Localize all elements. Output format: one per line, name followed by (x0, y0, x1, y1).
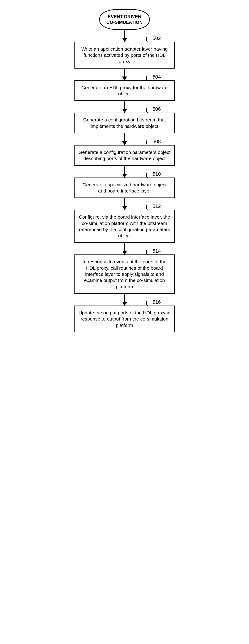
step-number: 502 (152, 36, 161, 41)
arrow (124, 133, 125, 145)
step-504: 504 Generate an HDL proxy for the hardwa… (72, 80, 177, 101)
step-510: 510 Generate a specialized hardware obje… (72, 178, 177, 198)
step-label: 512 (146, 204, 161, 209)
step-516: 516 Update the output ports of the HDL p… (72, 306, 177, 332)
hook-icon (146, 37, 152, 42)
step-label: 514 (146, 248, 161, 254)
step-502: 502 Write an application adapter layer h… (72, 42, 177, 68)
process-box: In response to events at the ports of th… (74, 254, 175, 294)
step-label: 506 (146, 106, 161, 112)
hook-icon (146, 250, 152, 255)
arrow (124, 166, 125, 178)
step-number: 516 (152, 299, 161, 305)
hook-icon (146, 140, 152, 146)
hook-icon (146, 301, 152, 306)
step-514: 514 In response to events at the ports o… (72, 254, 177, 294)
process-box: Generate an HDL proxy for the hardware o… (74, 80, 175, 101)
hook-icon (146, 76, 152, 81)
process-box: Generate a configuration bitstream that … (74, 112, 175, 133)
process-box: Update the output ports of the HDL proxy… (74, 306, 175, 332)
process-box: Generate a configuration parameters obje… (74, 145, 175, 166)
arrow (124, 30, 125, 42)
step-label: 516 (146, 299, 161, 305)
step-number: 512 (152, 204, 161, 209)
step-label: 510 (146, 171, 161, 177)
arrow (124, 101, 125, 112)
title-line-1: EVENT-DRIVEN (106, 14, 143, 20)
process-box: Generate a specialized hardware object a… (74, 178, 175, 198)
hook-icon (146, 108, 152, 113)
step-512: 512 Configure, via the board interface l… (72, 210, 177, 243)
arrow (124, 294, 125, 306)
process-box: Write an application adapter layer havin… (74, 42, 175, 68)
step-number: 504 (152, 74, 161, 80)
title-line-2: CO-SIMULATION (106, 20, 143, 25)
step-506: 506 Generate a configuration bitstream t… (72, 112, 177, 133)
flowchart: EVENT-DRIVEN CO-SIMULATION 502 Write an … (72, 9, 177, 332)
process-box: Configure, via the board interface layer… (74, 210, 175, 243)
arrow (124, 243, 125, 254)
arrow (124, 198, 125, 210)
step-label: 502 (146, 36, 161, 41)
terminator-start: EVENT-DRIVEN CO-SIMULATION (100, 9, 150, 30)
step-number: 514 (152, 248, 161, 254)
step-number: 508 (152, 139, 161, 144)
hook-icon (146, 205, 152, 210)
step-508: 508 Generate a configuration parameters … (72, 145, 177, 166)
step-number: 506 (152, 106, 161, 112)
step-number: 510 (152, 171, 161, 177)
step-label: 504 (146, 74, 161, 80)
hook-icon (146, 173, 152, 178)
arrow (124, 68, 125, 80)
step-label: 508 (146, 139, 161, 144)
